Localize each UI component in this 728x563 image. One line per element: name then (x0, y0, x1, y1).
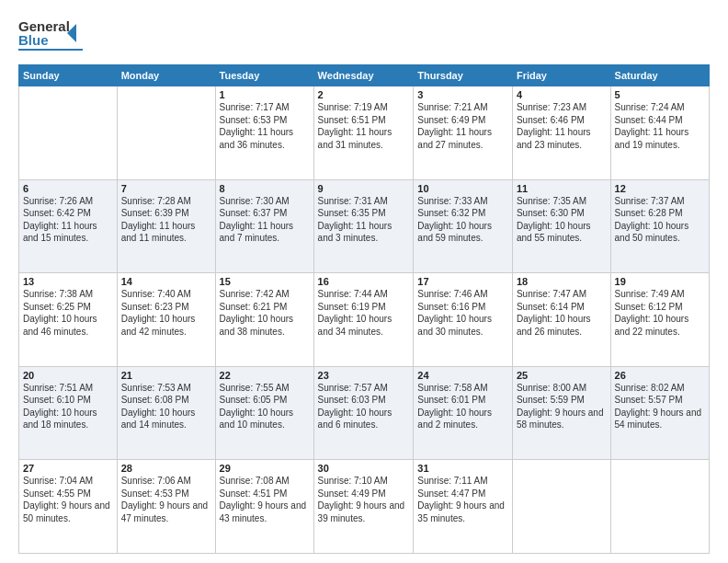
day-info: Sunrise: 7:17 AMSunset: 6:53 PMDaylight:… (220, 101, 310, 151)
day-number: 22 (220, 370, 310, 381)
day-info: Sunrise: 7:51 AMSunset: 6:10 PMDaylight:… (23, 382, 113, 431)
calendar-cell: 17Sunrise: 7:46 AMSunset: 6:16 PMDayligh… (414, 273, 513, 367)
calendar-cell (512, 460, 610, 554)
calendar-cell: 22Sunrise: 7:55 AMSunset: 6:05 PMDayligh… (215, 366, 313, 460)
calendar-cell: 9Sunrise: 7:31 AMSunset: 6:35 PMDaylight… (313, 179, 414, 273)
calendar-cell (19, 86, 118, 180)
day-number: 30 (318, 463, 410, 474)
day-number: 9 (318, 183, 410, 194)
day-info: Sunrise: 7:08 AMSunset: 4:51 PMDaylight:… (220, 475, 310, 524)
calendar-cell: 6Sunrise: 7:26 AMSunset: 6:42 PMDaylight… (19, 179, 118, 273)
day-info: Sunrise: 7:28 AMSunset: 6:39 PMDaylight:… (121, 195, 211, 245)
day-number: 14 (121, 276, 211, 287)
day-of-week-monday: Monday (117, 65, 215, 86)
day-of-week-friday: Friday (512, 65, 610, 86)
day-number: 7 (121, 183, 211, 194)
day-number: 18 (517, 276, 607, 287)
day-number: 19 (615, 276, 705, 287)
calendar-cell: 18Sunrise: 7:47 AMSunset: 6:14 PMDayligh… (512, 273, 610, 367)
day-info: Sunrise: 7:47 AMSunset: 6:14 PMDaylight:… (517, 288, 607, 338)
day-number: 6 (23, 183, 113, 194)
calendar-cell: 3Sunrise: 7:21 AMSunset: 6:49 PMDaylight… (414, 86, 513, 180)
day-info: Sunrise: 7:58 AMSunset: 6:01 PMDaylight:… (417, 382, 508, 431)
day-info: Sunrise: 7:37 AMSunset: 6:28 PMDaylight:… (615, 195, 705, 245)
calendar-week-row: 27Sunrise: 7:04 AMSunset: 4:55 PMDayligh… (19, 460, 710, 554)
day-number: 5 (615, 89, 705, 100)
header: General Blue (18, 15, 710, 55)
calendar-cell: 4Sunrise: 7:23 AMSunset: 6:46 PMDaylight… (512, 86, 610, 180)
day-number: 21 (121, 370, 211, 381)
day-number: 28 (121, 463, 211, 474)
calendar-cell: 11Sunrise: 7:35 AMSunset: 6:30 PMDayligh… (512, 179, 610, 273)
logo-svg: General Blue (18, 15, 92, 55)
calendar-week-row: 1Sunrise: 7:17 AMSunset: 6:53 PMDaylight… (19, 86, 710, 180)
calendar-cell: 23Sunrise: 7:57 AMSunset: 6:03 PMDayligh… (313, 366, 414, 460)
day-info: Sunrise: 7:04 AMSunset: 4:55 PMDaylight:… (23, 475, 113, 524)
day-info: Sunrise: 7:06 AMSunset: 4:53 PMDaylight:… (121, 475, 211, 524)
calendar-cell: 12Sunrise: 7:37 AMSunset: 6:28 PMDayligh… (610, 179, 709, 273)
day-info: Sunrise: 7:38 AMSunset: 6:25 PMDaylight:… (23, 288, 113, 338)
day-number: 16 (318, 276, 410, 287)
day-info: Sunrise: 7:31 AMSunset: 6:35 PMDaylight:… (318, 195, 410, 245)
calendar-cell: 15Sunrise: 7:42 AMSunset: 6:21 PMDayligh… (215, 273, 313, 367)
calendar-cell: 2Sunrise: 7:19 AMSunset: 6:51 PMDaylight… (313, 86, 414, 180)
calendar-week-row: 20Sunrise: 7:51 AMSunset: 6:10 PMDayligh… (19, 366, 710, 460)
day-info: Sunrise: 7:40 AMSunset: 6:23 PMDaylight:… (121, 288, 211, 338)
day-number: 23 (318, 370, 410, 381)
calendar-cell: 10Sunrise: 7:33 AMSunset: 6:32 PMDayligh… (414, 179, 513, 273)
calendar-week-row: 13Sunrise: 7:38 AMSunset: 6:25 PMDayligh… (19, 273, 710, 367)
day-info: Sunrise: 7:49 AMSunset: 6:12 PMDaylight:… (615, 288, 705, 338)
calendar-cell: 28Sunrise: 7:06 AMSunset: 4:53 PMDayligh… (117, 460, 215, 554)
day-of-week-thursday: Thursday (414, 65, 513, 86)
day-info: Sunrise: 8:02 AMSunset: 5:57 PMDaylight:… (615, 382, 705, 431)
calendar-cell: 30Sunrise: 7:10 AMSunset: 4:49 PMDayligh… (313, 460, 414, 554)
day-info: Sunrise: 7:30 AMSunset: 6:37 PMDaylight:… (220, 195, 310, 245)
day-info: Sunrise: 7:24 AMSunset: 6:44 PMDaylight:… (615, 101, 705, 151)
day-info: Sunrise: 7:19 AMSunset: 6:51 PMDaylight:… (318, 101, 410, 151)
calendar-header-row: SundayMondayTuesdayWednesdayThursdayFrid… (19, 65, 710, 86)
day-info: Sunrise: 7:26 AMSunset: 6:42 PMDaylight:… (23, 195, 113, 245)
day-of-week-saturday: Saturday (610, 65, 709, 86)
day-info: Sunrise: 7:55 AMSunset: 6:05 PMDaylight:… (220, 382, 310, 431)
calendar-cell: 7Sunrise: 7:28 AMSunset: 6:39 PMDaylight… (117, 179, 215, 273)
day-number: 13 (23, 276, 113, 287)
calendar-cell: 29Sunrise: 7:08 AMSunset: 4:51 PMDayligh… (215, 460, 313, 554)
day-number: 8 (220, 183, 310, 194)
day-info: Sunrise: 7:23 AMSunset: 6:46 PMDaylight:… (517, 101, 607, 151)
day-number: 25 (517, 370, 607, 381)
day-of-week-wednesday: Wednesday (313, 65, 414, 86)
day-info: Sunrise: 7:21 AMSunset: 6:49 PMDaylight:… (417, 101, 508, 151)
day-number: 26 (615, 370, 705, 381)
calendar-cell: 21Sunrise: 7:53 AMSunset: 6:08 PMDayligh… (117, 366, 215, 460)
day-number: 24 (417, 370, 508, 381)
calendar-cell: 16Sunrise: 7:44 AMSunset: 6:19 PMDayligh… (313, 273, 414, 367)
day-number: 2 (318, 89, 410, 100)
calendar-cell: 27Sunrise: 7:04 AMSunset: 4:55 PMDayligh… (19, 460, 118, 554)
day-number: 1 (220, 89, 310, 100)
calendar-cell: 5Sunrise: 7:24 AMSunset: 6:44 PMDaylight… (610, 86, 709, 180)
day-number: 11 (517, 183, 607, 194)
calendar-week-row: 6Sunrise: 7:26 AMSunset: 6:42 PMDaylight… (19, 179, 710, 273)
day-number: 20 (23, 370, 113, 381)
day-info: Sunrise: 7:44 AMSunset: 6:19 PMDaylight:… (318, 288, 410, 338)
day-info: Sunrise: 7:46 AMSunset: 6:16 PMDaylight:… (417, 288, 508, 338)
calendar-cell: 8Sunrise: 7:30 AMSunset: 6:37 PMDaylight… (215, 179, 313, 273)
calendar-cell: 13Sunrise: 7:38 AMSunset: 6:25 PMDayligh… (19, 273, 118, 367)
day-info: Sunrise: 7:53 AMSunset: 6:08 PMDaylight:… (121, 382, 211, 431)
day-number: 3 (417, 89, 508, 100)
calendar-cell: 1Sunrise: 7:17 AMSunset: 6:53 PMDaylight… (215, 86, 313, 180)
day-of-week-sunday: Sunday (19, 65, 118, 86)
svg-text:Blue: Blue (18, 32, 49, 48)
calendar-table: SundayMondayTuesdayWednesdayThursdayFrid… (18, 64, 710, 554)
day-number: 12 (615, 183, 705, 194)
calendar-cell: 25Sunrise: 8:00 AMSunset: 5:59 PMDayligh… (512, 366, 610, 460)
day-info: Sunrise: 7:33 AMSunset: 6:32 PMDaylight:… (417, 195, 508, 245)
day-number: 10 (417, 183, 508, 194)
day-number: 4 (517, 89, 607, 100)
calendar-cell: 14Sunrise: 7:40 AMSunset: 6:23 PMDayligh… (117, 273, 215, 367)
day-info: Sunrise: 7:42 AMSunset: 6:21 PMDaylight:… (220, 288, 310, 338)
day-number: 27 (23, 463, 113, 474)
day-number: 15 (220, 276, 310, 287)
calendar-cell (117, 86, 215, 180)
day-info: Sunrise: 7:10 AMSunset: 4:49 PMDaylight:… (318, 475, 410, 524)
